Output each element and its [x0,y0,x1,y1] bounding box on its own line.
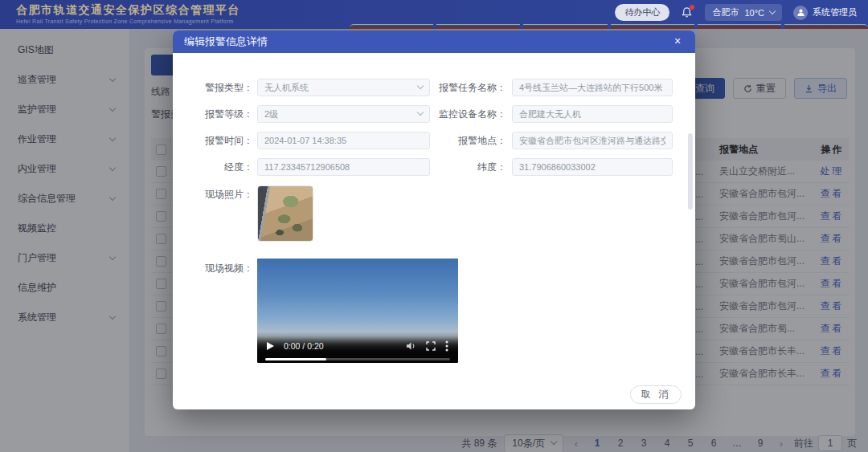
brand: 合肥市轨道交通安全保护区综合管理平台 Hefei Rail Transit Sa… [16,3,240,24]
modal-body: 警报类型： 无人机系统 报警任务名称： 报警等级： 2级 监控设备名称： 报警时… [173,53,695,409]
chevron-down-icon [417,83,424,89]
task-name-label: 报警任务名称： [426,79,506,96]
scene-photo-thumbnail[interactable] [257,185,313,242]
alarm-type-select[interactable]: 无人机系统 [257,79,430,96]
task-name-input[interactable] [512,79,673,96]
weather-temp: 10°C [744,8,764,18]
alarm-place-input[interactable] [512,132,673,149]
train-illustration [350,23,868,29]
alarm-type-label: 警报类型： [173,79,253,96]
alarm-level-select[interactable]: 2级 [257,105,430,123]
alarm-level-label: 报警等级： [173,105,253,123]
user-name: 系统管理员 [813,6,857,18]
avatar [793,6,808,20]
modal-header: 编辑报警信息详情 × [173,31,695,53]
play-icon[interactable] [267,342,274,350]
scene-photo-label: 现场照片： [173,185,253,203]
weather-city: 合肥市 [712,6,739,18]
edit-alarm-modal: 编辑报警信息详情 × 警报类型： 无人机系统 报警任务名称： 报警等级： 2级 … [173,31,695,409]
video-time: 0:00 / 0:20 [284,341,324,351]
latitude-label: 纬度： [426,158,506,176]
cancel-button[interactable]: 取 消 [630,385,682,404]
app-subtitle: Hefei Rail Transit Safety Protection Zon… [16,18,240,24]
weather-widget[interactable]: 合肥市 10°C [705,4,782,21]
longitude-label: 经度： [173,158,253,176]
device-name-input[interactable] [512,105,673,123]
chevron-down-icon [769,8,776,14]
kebab-menu-icon[interactable] [445,340,448,352]
latitude-input[interactable] [512,158,673,176]
chevron-down-icon [417,109,424,116]
device-name-label: 监控设备名称： [426,105,506,123]
notification-bell-icon[interactable] [681,6,694,19]
scene-video-player[interactable]: 0:00 / 0:20 [257,259,458,363]
modal-title: 编辑报警信息详情 [184,35,268,49]
todo-center-button[interactable]: 待办中心 [615,4,669,21]
scene-video-label: 现场视频： [173,259,253,277]
alarm-place-label: 报警地点： [426,132,506,149]
modal-scrollbar[interactable] [688,133,693,210]
video-progress-fill [265,358,326,360]
video-progress-bar[interactable] [265,358,450,360]
alarm-time-label: 报警时间： [173,132,253,149]
user-menu[interactable]: 系统管理员 [793,6,857,20]
header-actions: 待办中心 合肥市 10°C 系统管理员 [615,4,857,21]
app-title: 合肥市轨道交通安全保护区综合管理平台 [16,3,240,18]
volume-icon[interactable] [406,341,416,351]
app-header: 合肥市轨道交通安全保护区综合管理平台 Hefei Rail Transit Sa… [0,0,868,29]
fullscreen-icon[interactable] [426,341,436,351]
screen: 合肥市轨道交通安全保护区综合管理平台 Hefei Rail Transit Sa… [0,0,868,452]
close-icon[interactable]: × [671,35,684,48]
longitude-input[interactable] [257,158,430,176]
alarm-time-input[interactable] [257,132,430,149]
notification-badge [690,5,694,10]
